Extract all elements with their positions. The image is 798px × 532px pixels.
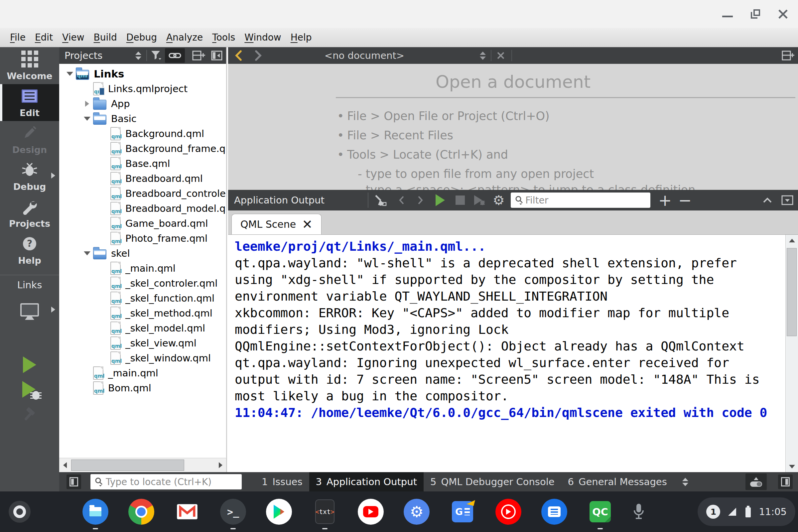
menu-analyze[interactable]: Analyze bbox=[162, 32, 208, 43]
minimize-icon[interactable] bbox=[722, 16, 733, 17]
output-pane-button-application-output[interactable]: 3Application Output bbox=[309, 472, 424, 491]
shelf-app-text-editor[interactable]: <txt> bbox=[312, 499, 338, 525]
console-output[interactable]: leemke/proj/qt/Links/_main.qml...qt.qpa.… bbox=[228, 234, 798, 472]
shelf-app-chat[interactable] bbox=[541, 499, 567, 525]
split-editor-button[interactable] bbox=[780, 47, 796, 64]
run-button[interactable] bbox=[23, 357, 36, 373]
menu-help[interactable]: Help bbox=[286, 32, 317, 43]
close-panel-button[interactable] bbox=[209, 47, 225, 64]
tree-item[interactable]: qml_skel_controler.qml bbox=[59, 276, 226, 291]
tree-item[interactable]: qmlBreadboard_controler.qml bbox=[59, 186, 226, 201]
document-dropdown-arrows[interactable] bbox=[475, 47, 491, 64]
tree-item[interactable]: qmlGame_board.qml bbox=[59, 216, 226, 231]
menu-debug[interactable]: Debug bbox=[122, 32, 162, 43]
expander-open-icon[interactable] bbox=[81, 251, 93, 255]
zoom-in-button[interactable]: + bbox=[657, 190, 673, 210]
panes-menu-arrows[interactable] bbox=[682, 478, 688, 486]
output-pane-button-general-messages[interactable]: 6General Messages bbox=[561, 472, 673, 491]
shelf-app-settings[interactable]: ⚙ bbox=[404, 499, 430, 525]
output-pane-button-issues[interactable]: 1Issues bbox=[255, 472, 309, 491]
restore-icon[interactable] bbox=[751, 9, 760, 19]
menu-window[interactable]: Window bbox=[240, 32, 286, 43]
locator-input[interactable] bbox=[106, 476, 238, 488]
shelf-app-chrome[interactable] bbox=[128, 499, 154, 525]
tree-item[interactable]: qml_main.qml bbox=[59, 261, 226, 276]
mode-edit[interactable]: Edit bbox=[0, 84, 59, 121]
menu-edit[interactable]: Edit bbox=[30, 32, 58, 43]
maximize-panel-button[interactable] bbox=[779, 190, 796, 210]
scroll-down-icon[interactable] bbox=[786, 461, 798, 472]
toggle-left-sidebar-button[interactable] bbox=[66, 474, 81, 489]
system-tray[interactable]: 1 11:05 bbox=[698, 497, 795, 526]
tree-item[interactable]: qml_skel_method.qml bbox=[59, 306, 226, 321]
tree-item[interactable]: qml_skel_view.qml bbox=[59, 336, 226, 350]
debug-flyout-arrow-icon[interactable] bbox=[51, 173, 55, 178]
go-forward-button[interactable] bbox=[250, 47, 266, 64]
expander-open-icon[interactable] bbox=[81, 117, 93, 121]
menu-tools[interactable]: Tools bbox=[208, 32, 240, 43]
shelf-app-youtube-music[interactable] bbox=[495, 499, 521, 525]
output-settings-button[interactable]: ⚙ bbox=[490, 190, 507, 210]
mode-debug[interactable]: Debug bbox=[0, 158, 59, 195]
build-button[interactable] bbox=[21, 406, 38, 424]
output-filter[interactable] bbox=[511, 192, 650, 208]
close-document-button[interactable] bbox=[493, 47, 509, 64]
close-icon[interactable] bbox=[778, 9, 788, 19]
prev-item-button[interactable] bbox=[393, 190, 410, 210]
locator-field[interactable] bbox=[91, 474, 242, 490]
go-back-button[interactable] bbox=[231, 47, 247, 64]
rerun-button[interactable] bbox=[432, 190, 449, 210]
mode-help[interactable]: ? Help bbox=[0, 232, 59, 269]
console-scrollbar-thumb[interactable] bbox=[787, 248, 797, 336]
tab-close-icon[interactable]: ✕ bbox=[302, 217, 312, 232]
tree-item[interactable]: qmlBreadboard_model.qml bbox=[59, 201, 226, 216]
minimize-panel-button[interactable] bbox=[759, 190, 776, 210]
stop-button[interactable] bbox=[452, 190, 469, 210]
panel-selector-arrows[interactable] bbox=[130, 47, 146, 64]
tree-item[interactable]: qmlBreadboard.qml bbox=[59, 171, 226, 186]
scroll-left-icon[interactable] bbox=[59, 458, 71, 472]
shelf-mic-button[interactable] bbox=[626, 499, 652, 525]
menu-view[interactable]: View bbox=[58, 32, 89, 43]
filter-tree-button[interactable] bbox=[148, 47, 164, 64]
shelf-app-gmail[interactable] bbox=[174, 499, 200, 525]
scroll-right-icon[interactable] bbox=[215, 458, 226, 472]
shelf-app-youtube[interactable] bbox=[358, 499, 384, 525]
clear-output-button[interactable] bbox=[372, 190, 389, 210]
project-tree[interactable]: qmlLinksqmlLinks.qmlprojectAppBasicqmlBa… bbox=[59, 64, 226, 458]
tree-item[interactable]: qml_skel_model.qml bbox=[59, 321, 226, 336]
tree-item[interactable]: skel bbox=[59, 246, 226, 261]
tab-qml-scene[interactable]: QML Scene ✕ bbox=[231, 214, 322, 234]
output-pane-button-qml-debugger-console[interactable]: 5QML Debugger Console bbox=[424, 472, 561, 491]
split-panel-button[interactable] bbox=[191, 47, 207, 64]
tree-item[interactable]: qmlBom.qml bbox=[59, 380, 226, 395]
mode-welcome[interactable]: Welcome bbox=[0, 47, 59, 84]
tree-item[interactable]: qmlPhoto_frame.qml bbox=[59, 231, 226, 246]
shelf-app-qt-creator[interactable]: QC bbox=[587, 499, 613, 525]
scrollbar-thumb[interactable] bbox=[71, 459, 184, 471]
next-item-button[interactable] bbox=[412, 190, 429, 210]
console-scrollbar[interactable] bbox=[785, 235, 798, 472]
expander-open-icon[interactable] bbox=[64, 72, 76, 76]
tree-item[interactable]: qmlBackground_frame.qml bbox=[59, 141, 226, 156]
shelf-app-google-news[interactable]: G bbox=[450, 499, 475, 525]
shelf-app-files[interactable] bbox=[82, 499, 108, 525]
shelf-app-play-store[interactable] bbox=[266, 499, 292, 525]
kit-selector[interactable] bbox=[0, 296, 59, 324]
open-document-selector[interactable]: <no document> bbox=[294, 47, 434, 64]
build-progress-button[interactable] bbox=[745, 474, 767, 490]
filter-input[interactable] bbox=[525, 195, 646, 206]
tree-item[interactable]: App bbox=[59, 96, 226, 111]
tree-item[interactable]: qmlBackground.qml bbox=[59, 126, 226, 141]
tree-item[interactable]: qml_main.qml bbox=[59, 365, 226, 380]
tree-item[interactable]: qmlBase.qml bbox=[59, 156, 226, 171]
tree-item[interactable]: qmlLinks bbox=[59, 66, 226, 81]
zoom-out-button[interactable]: − bbox=[676, 190, 694, 210]
debug-run-button[interactable] bbox=[22, 381, 37, 398]
menu-build[interactable]: Build bbox=[89, 32, 122, 43]
shelf-app-terminal[interactable]: >_ bbox=[220, 499, 246, 525]
scroll-up-icon[interactable] bbox=[786, 235, 798, 246]
tree-item[interactable]: qmlLinks.qmlproject bbox=[59, 81, 226, 96]
expander-closed-icon[interactable] bbox=[81, 101, 93, 107]
tree-item[interactable]: qml_skel_function.qml bbox=[59, 291, 226, 306]
